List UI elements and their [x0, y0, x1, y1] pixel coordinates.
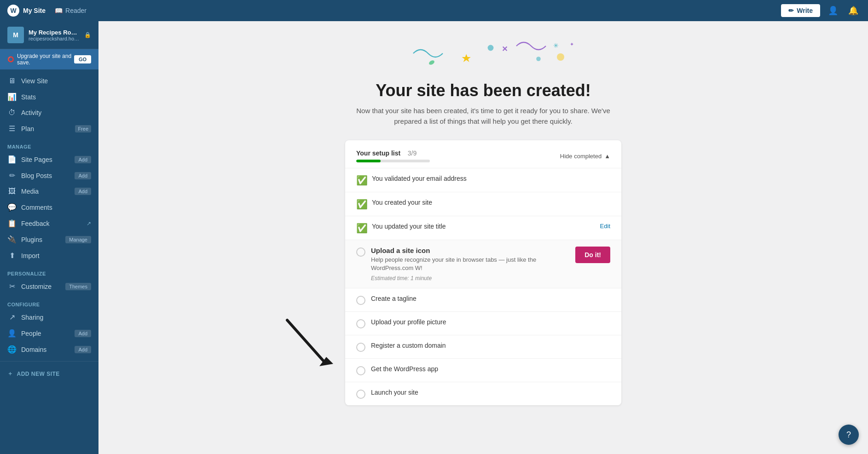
- import-icon: ⬆: [7, 251, 17, 260]
- setup-item-get-app[interactable]: Get the WordPress app: [345, 358, 621, 382]
- chevron-up-icon: ▲: [604, 153, 610, 160]
- register-domain-content: Register a custom domain: [371, 342, 610, 349]
- sidebar-item-feedback[interactable]: 📋 Feedback ↗: [0, 215, 98, 231]
- get-app-label: Get the WordPress app: [371, 365, 610, 373]
- svg-text:✦: ✦: [570, 41, 574, 47]
- sidebar-item-plan[interactable]: ☰ Plan Free: [0, 121, 98, 137]
- pages-icon: 📄: [7, 155, 17, 164]
- reader-nav-item[interactable]: 📖 Reader: [55, 7, 87, 14]
- sidebar-item-view-site[interactable]: 🖥 View Site: [0, 73, 98, 89]
- plugins-manage-button[interactable]: Manage: [65, 236, 91, 243]
- customize-icon: ✂: [7, 282, 17, 291]
- upgrade-text: ⭕ Upgrade your site and save.: [7, 53, 74, 66]
- my-site-nav-item[interactable]: W My Site: [7, 5, 46, 17]
- plugins-label: Plugins: [21, 236, 61, 243]
- setup-item-created-site: ✅ You created your site: [345, 192, 621, 216]
- help-button[interactable]: ?: [839, 425, 859, 445]
- people-add-button[interactable]: Add: [75, 330, 91, 337]
- write-icon: ✏: [788, 7, 794, 14]
- top-nav-right: ✏ Write 👤 🔔: [781, 3, 861, 18]
- add-icon: ＋: [7, 370, 13, 378]
- view-site-label: View Site: [21, 77, 91, 85]
- upgrade-go-button[interactable]: GO: [74, 55, 91, 63]
- todo-circle-icon: [356, 247, 365, 257]
- write-button[interactable]: ✏ Write: [781, 4, 820, 17]
- sidebar-item-activity[interactable]: ⏱ Activity: [0, 105, 98, 121]
- add-new-site[interactable]: ＋ ADD NEW SITE: [0, 365, 98, 382]
- create-tagline-content: Create a tagline: [371, 295, 610, 302]
- themes-button[interactable]: Themes: [65, 283, 91, 290]
- app-body: M My Recipes Rock So Hard recipesrocksha…: [0, 21, 868, 454]
- progress-bar-container: [356, 160, 430, 162]
- profile-button[interactable]: 👤: [826, 3, 840, 18]
- setup-item-register-domain[interactable]: Register a custom domain: [345, 335, 621, 358]
- celebration-area: ✕ ✳ ✦ Your site has been created! Now th…: [276, 30, 690, 405]
- sidebar-item-blog-posts[interactable]: ✏ Blog Posts Add: [0, 167, 98, 184]
- sidebar: M My Recipes Rock So Hard recipesrocksha…: [0, 21, 98, 454]
- site-pages-add-button[interactable]: Add: [75, 156, 91, 163]
- sidebar-item-customize[interactable]: ✂ Customize Themes: [0, 278, 98, 294]
- wordpress-icon: W: [7, 5, 19, 17]
- site-name: My Recipes Rock So Hard: [29, 29, 80, 36]
- sidebar-item-comments[interactable]: 💬 Comments: [0, 199, 98, 215]
- sidebar-item-import[interactable]: ⬆ Import: [0, 247, 98, 264]
- media-add-button[interactable]: Add: [75, 188, 91, 195]
- setup-item-upload-profile[interactable]: Upload your profile picture: [345, 311, 621, 335]
- check-done-icon: ✅: [356, 175, 366, 185]
- site-info[interactable]: M My Recipes Rock So Hard recipesrocksha…: [0, 21, 98, 49]
- media-label: Media: [21, 188, 70, 195]
- check-done-icon-3: ✅: [356, 223, 366, 233]
- launch-site-content: Launch your site: [371, 389, 610, 396]
- sidebar-item-site-pages[interactable]: 📄 Site Pages Add: [0, 151, 98, 167]
- add-new-site-label: ADD NEW SITE: [17, 371, 60, 377]
- notifications-button[interactable]: 🔔: [846, 3, 861, 18]
- create-tagline-label: Create a tagline: [371, 295, 610, 302]
- upload-icon-label: Upload a site icon: [371, 247, 570, 254]
- svg-point-3: [536, 57, 541, 61]
- setup-item-launch-site[interactable]: Launch your site: [345, 382, 621, 405]
- setup-item-updated-title: ✅ You updated your site title Edit: [345, 216, 621, 240]
- todo-circle-icon-5: [356, 366, 365, 375]
- blog-icon: ✏: [7, 171, 17, 180]
- sidebar-item-domains[interactable]: 🌐 Domains Add: [0, 341, 98, 357]
- sidebar-item-sharing[interactable]: ↗ Sharing: [0, 309, 98, 325]
- external-link-icon: ↗: [87, 220, 91, 227]
- blog-posts-add-button[interactable]: Add: [75, 172, 91, 179]
- created-site-label: You created your site: [372, 199, 610, 206]
- get-app-content: Get the WordPress app: [371, 365, 610, 373]
- main-wrapper: ✕ ✳ ✦ Your site has been created! Now th…: [98, 21, 868, 454]
- setup-title-area: Your setup list 3/9: [356, 149, 430, 162]
- site-details: My Recipes Rock So Hard recipesrockshard…: [29, 29, 80, 41]
- edit-title-button[interactable]: Edit: [600, 223, 610, 230]
- do-it-button[interactable]: Do it!: [575, 247, 610, 263]
- media-icon: 🖼: [7, 187, 17, 195]
- domains-label: Domains: [21, 346, 70, 353]
- site-avatar: M: [7, 27, 24, 43]
- todo-circle-icon-3: [356, 319, 365, 328]
- hide-completed-button[interactable]: Hide completed ▲: [560, 153, 610, 160]
- activity-label: Activity: [21, 109, 91, 116]
- setup-progress: 3/9: [408, 149, 417, 157]
- setup-item-create-tagline[interactable]: Create a tagline: [345, 288, 621, 311]
- domains-add-button[interactable]: Add: [75, 346, 91, 353]
- plan-label: Plan: [21, 125, 70, 132]
- register-domain-label: Register a custom domain: [371, 342, 610, 349]
- sidebar-item-people[interactable]: 👤 People Add: [0, 325, 98, 341]
- upload-icon-time: Estimated time: 1 minute: [371, 275, 570, 282]
- sidebar-item-media[interactable]: 🖼 Media Add: [0, 184, 98, 199]
- upload-icon-desc: Help people recognize your site in brows…: [371, 256, 570, 272]
- check-done-icon-2: ✅: [356, 199, 366, 209]
- main-content: ✕ ✳ ✦ Your site has been created! Now th…: [98, 21, 868, 414]
- feedback-label: Feedback: [21, 220, 82, 227]
- feedback-icon: 📋: [7, 219, 17, 228]
- svg-text:✕: ✕: [502, 45, 508, 53]
- plan-badge: Free: [75, 125, 91, 132]
- sidebar-item-stats[interactable]: 📊 Stats: [0, 89, 98, 105]
- sidebar-item-plugins[interactable]: 🔌 Plugins Manage: [0, 231, 98, 247]
- setup-card: Your setup list 3/9 Hide completed ▲: [345, 140, 621, 405]
- reader-label: Reader: [65, 7, 87, 14]
- upgrade-icon: ⭕: [7, 56, 14, 63]
- people-label: People: [21, 330, 70, 337]
- blog-posts-label: Blog Posts: [21, 172, 70, 179]
- hero-subtitle: Now that your site has been created, it'…: [350, 106, 617, 126]
